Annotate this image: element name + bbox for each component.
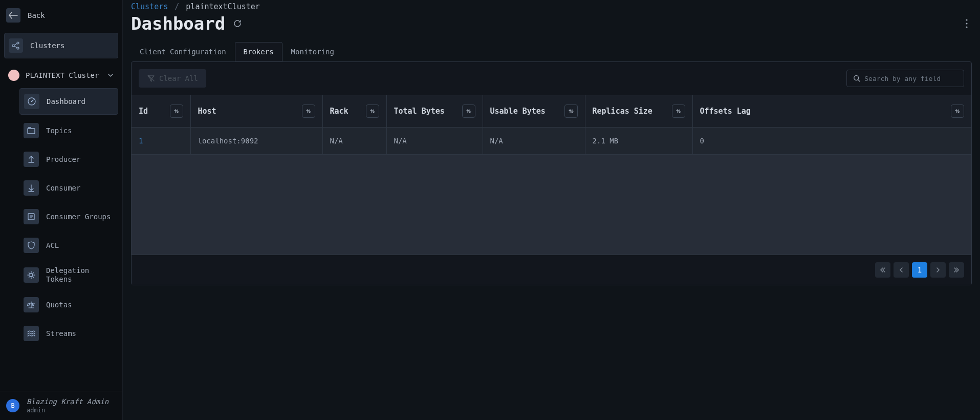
sidebar-item-label: Producer <box>46 155 80 163</box>
page-number-button[interactable]: 1 <box>912 262 927 278</box>
sidebar-footer[interactable]: B Blazing Kraft Admin admin <box>0 391 122 420</box>
scale-icon <box>24 297 39 312</box>
sidebar-item-label: Streams <box>46 329 76 338</box>
clusters-label: Clusters <box>30 41 64 50</box>
sidebar: Back Clusters PLAINTEXT Cluster Dashboar… <box>0 0 123 420</box>
page-title: Dashboard <box>131 13 225 34</box>
search-icon <box>853 74 860 82</box>
cell-replicas-size: 2.1 MB <box>585 128 692 155</box>
sidebar-item-label: Topics <box>46 127 72 135</box>
sidebar-item-label: Consumer Groups <box>46 213 111 221</box>
sidebar-item-delegation-tokens[interactable]: Delegation Tokens <box>19 261 118 289</box>
chevron-double-left-icon <box>880 267 886 273</box>
download-icon <box>24 180 39 196</box>
svg-point-8 <box>966 19 967 20</box>
sidebar-item-quotas[interactable]: Quotas <box>19 292 118 318</box>
svg-point-0 <box>12 45 14 47</box>
brokers-panel: Clear All Id Host Rack Total Bytes Usabl… <box>131 61 972 285</box>
sidebar-item-label: ACL <box>46 241 59 249</box>
sidebar-item-streams[interactable]: Streams <box>19 321 118 346</box>
sidebar-item-clusters[interactable]: Clusters <box>4 33 118 58</box>
shield-icon <box>24 238 39 253</box>
sidebar-item-producer[interactable]: Producer <box>19 146 118 172</box>
sidebar-item-label: Consumer <box>46 184 80 192</box>
cell-offsets-lag: 0 <box>692 128 971 155</box>
refresh-icon <box>233 19 242 28</box>
gear-icon <box>24 267 39 283</box>
sidebar-item-acl[interactable]: ACL <box>19 233 118 258</box>
back-button[interactable]: Back <box>4 5 118 26</box>
page-first-button[interactable] <box>875 262 890 278</box>
broker-id-link[interactable]: 1 <box>139 137 143 145</box>
svg-rect-5 <box>28 129 35 134</box>
breadcrumb-sep: / <box>175 2 179 11</box>
svg-point-2 <box>17 47 19 49</box>
share-nodes-icon <box>9 38 23 53</box>
sort-usable-bytes-button[interactable] <box>564 104 578 118</box>
gauge-icon <box>24 94 39 109</box>
page-prev-button[interactable] <box>894 262 909 278</box>
table-row[interactable]: 1 localhost:9092 N/A N/A N/A 2.1 MB 0 <box>132 128 971 155</box>
footer-sub: admin <box>27 407 108 414</box>
breadcrumb-root[interactable]: Clusters <box>131 2 168 11</box>
cell-host: localhost:9092 <box>190 128 322 155</box>
sort-rack-button[interactable] <box>366 104 379 118</box>
tab-brokers[interactable]: Brokers <box>235 42 282 61</box>
upload-icon <box>24 152 39 167</box>
chevron-double-right-icon <box>953 267 960 273</box>
cell-total-bytes: N/A <box>386 128 483 155</box>
sidebar-item-dashboard[interactable]: Dashboard <box>19 88 118 115</box>
col-rack: Rack <box>330 107 349 116</box>
col-host: Host <box>198 107 216 116</box>
cluster-dropdown[interactable]: PLAINTEXT Cluster <box>4 65 118 86</box>
col-id: Id <box>139 107 148 116</box>
svg-point-10 <box>966 26 967 28</box>
sidebar-item-label: Delegation Tokens <box>46 266 114 284</box>
sidebar-item-consumer-groups[interactable]: Consumer Groups <box>19 204 118 229</box>
breadcrumb: Clusters / plaintextCluster <box>131 0 972 11</box>
search-input[interactable] <box>864 75 957 82</box>
clear-all-label: Clear All <box>159 74 198 82</box>
tab-client-configuration[interactable]: Client Configuration <box>131 42 235 61</box>
back-arrow-icon <box>6 8 20 23</box>
col-offsets-lag: Offsets Lag <box>700 107 751 116</box>
svg-point-9 <box>966 23 967 24</box>
page-next-button[interactable] <box>930 262 946 278</box>
tab-monitoring[interactable]: Monitoring <box>282 42 343 61</box>
col-usable-bytes: Usable Bytes <box>490 107 546 116</box>
search-box[interactable] <box>846 70 964 87</box>
list-icon <box>24 209 39 224</box>
svg-point-1 <box>17 42 19 44</box>
sort-host-button[interactable] <box>302 104 315 118</box>
clear-all-button[interactable]: Clear All <box>139 69 206 88</box>
col-total-bytes: Total Bytes <box>394 107 445 116</box>
sort-id-button[interactable] <box>170 104 183 118</box>
sidebar-item-topics[interactable]: Topics <box>19 118 118 143</box>
back-label: Back <box>28 11 45 19</box>
sidebar-item-label: Quotas <box>46 301 72 309</box>
dots-vertical-icon <box>966 19 968 28</box>
sidebar-item-label: Dashboard <box>47 97 85 106</box>
page-last-button[interactable] <box>949 262 964 278</box>
more-menu-button[interactable] <box>962 15 972 32</box>
tabs: Client Configuration Brokers Monitoring <box>131 42 972 62</box>
folder-icon <box>24 123 39 138</box>
svg-point-4 <box>31 101 33 102</box>
main-content: Clusters / plaintextCluster Dashboard Cl… <box>123 0 980 420</box>
brokers-table: Id Host Rack Total Bytes Usable Bytes Re… <box>132 95 971 155</box>
wave-icon <box>24 326 39 341</box>
avatar: B <box>6 399 19 412</box>
sort-total-bytes-button[interactable] <box>462 104 475 118</box>
sidebar-item-consumer[interactable]: Consumer <box>19 175 118 201</box>
cell-rack: N/A <box>322 128 386 155</box>
chevron-down-icon <box>107 72 114 79</box>
refresh-button[interactable] <box>232 18 243 29</box>
cluster-name: PLAINTEXT Cluster <box>26 71 101 79</box>
sort-offsets-lag-button[interactable] <box>951 104 964 118</box>
filter-off-icon <box>147 74 155 82</box>
col-replicas-size: Replicas Size <box>593 107 652 116</box>
cell-usable-bytes: N/A <box>483 128 585 155</box>
chevron-left-icon <box>899 267 904 273</box>
sort-replicas-size-button[interactable] <box>672 104 685 118</box>
cluster-status-dot <box>8 70 19 81</box>
